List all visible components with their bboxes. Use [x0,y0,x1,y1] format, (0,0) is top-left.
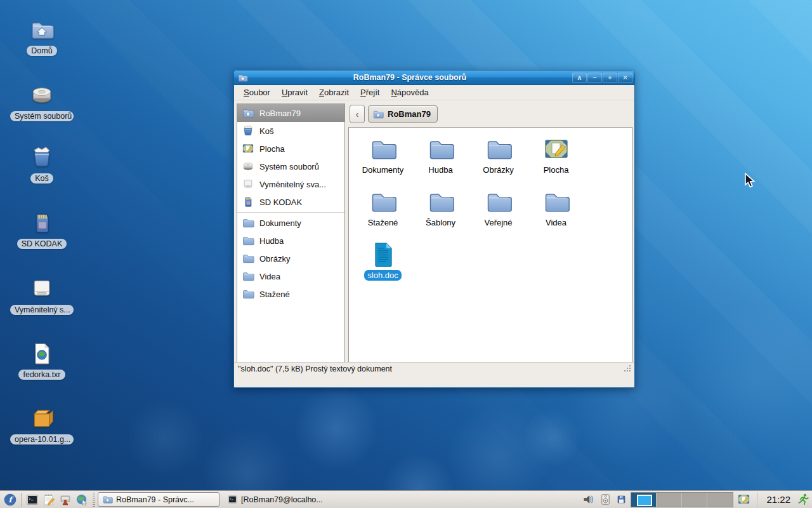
menu-upravit[interactable]: Upravit [276,86,313,99]
sd-card-icon [29,210,55,236]
menu-soubor[interactable]: Soubor [238,86,276,99]
package-manager-launcher[interactable] [57,492,74,507]
sidebar-item-plocha[interactable]: Plocha [237,140,344,157]
workspace-3[interactable] [682,493,707,507]
sd-card-icon [242,196,254,208]
minimize-button[interactable]: − [587,72,602,83]
back-button[interactable]: ‹ [350,105,365,123]
window-title: RoBman79 - Správce souborů [248,73,572,82]
desktop-icon-trash[interactable]: Koš [9,145,75,184]
folder-icon [242,234,254,247]
home-folder-icon [29,17,55,43]
audio-mixer-icon[interactable] [599,493,612,506]
menu-prejit[interactable]: Přejít [355,86,385,99]
workspace-2[interactable] [657,493,682,507]
fedora-menu-button[interactable] [2,492,18,507]
folder-icon [369,135,397,163]
path-button-robman79[interactable]: RoBman79 [368,105,438,123]
desktop-icon-fedorka-txr[interactable]: fedorka.txr [9,341,75,380]
desktop-icon-label: Systém souborů [10,111,74,121]
sidebar-separator [237,212,344,213]
file-sloh-doc-selected[interactable]: sloh.doc [354,241,412,293]
trash-icon [29,145,55,170]
file-view[interactable]: Dokumenty Hudba Obrázky Plocha [348,127,632,372]
sidebar-item-sd-kodak[interactable]: SD KODAK [237,193,344,211]
folder-icon [485,135,513,163]
desktop-icon-label: opera-10.01.g... [10,434,74,444]
folder-icon [369,188,397,216]
hard-disk-icon [242,160,254,173]
maximize-button[interactable]: + [603,72,617,83]
home-folder-icon [372,109,384,120]
folder-icon [242,288,254,300]
running-man-icon[interactable] [797,493,810,506]
shade-button[interactable]: ∧ [572,72,587,83]
window-home-icon [237,72,248,83]
task-button-terminal[interactable]: [RoBman79@localho... [223,492,345,507]
sidebar-item-trash[interactable]: Koš [237,122,344,140]
menu-zobrazit[interactable]: Zobrazit [313,86,355,99]
show-desktop-icon[interactable] [737,493,750,506]
fedora-logo-icon [3,493,17,507]
folder-icon [242,252,254,265]
desktop-icon-home[interactable]: Domů [9,17,75,56]
sidebar-item-dokumenty[interactable]: Dokumenty [237,214,344,232]
file-obrazky[interactable]: Obrázky [469,135,527,188]
sidebar-item-filesystem[interactable]: Systém souborů [237,157,344,175]
sidebar-item-obrazky[interactable]: Obrázky [237,250,344,267]
web-browser-launcher[interactable] [74,492,90,507]
sidebar-item-robman79[interactable]: RoBman79 [237,104,344,122]
desktop-icon-label: fedorka.txr [18,370,65,380]
removable-drive-icon [29,276,55,302]
file-manager-window: RoBman79 - Správce souborů ∧ − + ✕ Soubo… [233,70,635,388]
home-folder-icon [242,107,254,119]
menu-bar: Soubor Upravit Zobrazit Přejít Nápověda [234,85,634,100]
desktop-icon-removable[interactable]: Vyměnitelný s... [9,276,75,315]
desktop-icon-opera-archive[interactable]: opera-10.01.g... [9,406,75,444]
desktop-icon-label: Vyměnitelný s... [10,305,74,315]
resize-grip[interactable] [623,365,631,373]
removable-drive-icon [242,178,254,190]
desktop-icon-sd-kodak[interactable]: SD KODAK [9,210,75,249]
sidebar-item-removable[interactable]: Vyměnitelný sva... [237,175,344,193]
web-browser-icon [75,493,89,507]
taskbar: RoBman79 - Správc... [RoBman79@localho..… [0,490,812,508]
desktop-icon-label: Domů [27,46,56,56]
file-sablony[interactable]: Šablony [412,188,469,241]
file-dokumenty[interactable]: Dokumenty [354,135,412,188]
file-stazene[interactable]: Stažené [354,188,412,241]
tray-separator [757,493,757,507]
desktop-wallpaper: Domů Systém souborů Koš SD KODAK Vyměnit… [0,0,812,508]
removable-media-tray-icon[interactable] [616,494,627,505]
clock[interactable]: 21:22 [764,494,793,505]
taskbar-separator [21,493,22,507]
desktop-icon [542,135,570,163]
folder-icon [542,188,570,216]
archive-icon [29,406,55,431]
window-titlebar[interactable]: RoBman79 - Správce souborů ∧ − + ✕ [234,70,634,85]
sidebar-item-stazene[interactable]: Stažené [237,285,344,303]
file-plocha[interactable]: Plocha [527,135,585,188]
volume-icon[interactable] [582,493,595,506]
desktop-icon-filesystem[interactable]: Systém souborů [9,83,75,121]
sidebar-item-videa[interactable]: Videa [237,267,344,285]
workspace-1[interactable] [631,493,657,507]
desktop-icon-label: SD KODAK [17,239,67,249]
shortcuts-pane: RoBman79 Koš Plocha Systém souborů Vyměn… [237,104,345,372]
file-verejne[interactable]: Veřejné [469,188,527,241]
task-button-file-manager[interactable]: RoBman79 - Správc... [98,492,219,507]
workspace-4[interactable] [707,493,733,507]
text-editor-launcher[interactable] [41,492,57,507]
file-videa[interactable]: Videa [527,188,585,241]
terminal-launcher[interactable] [24,492,41,507]
sidebar-item-hudba[interactable]: Hudba [237,232,344,250]
blue-document-icon [369,241,397,269]
back-icon: ‹ [356,109,359,119]
close-button[interactable]: ✕ [618,72,632,83]
file-hudba[interactable]: Hudba [412,135,469,188]
status-bar: "sloh.doc" (7,5 kB) Prostý textový dokum… [234,362,634,375]
folder-icon [427,135,455,163]
folder-icon [242,270,254,283]
menu-napoveda[interactable]: Nápověda [385,86,434,99]
terminal-icon [25,493,39,507]
